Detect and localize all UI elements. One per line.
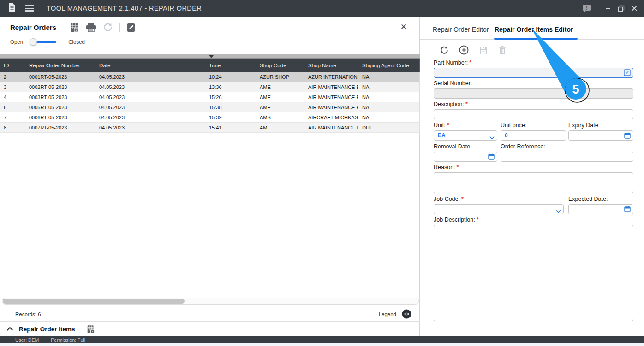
restore-window-icon[interactable] — [618, 5, 625, 12]
table-cell: 04.05.2023 — [95, 82, 205, 92]
export-grid-button[interactable]: x — [70, 23, 79, 32]
calendar-icon[interactable] — [624, 132, 631, 141]
expected-date-input[interactable] — [568, 204, 633, 214]
table-cell: 2 — [0, 72, 25, 82]
column-header[interactable]: Repair Order Number: — [25, 59, 95, 72]
column-header[interactable]: Date: — [95, 59, 205, 72]
svg-text:x: x — [76, 28, 78, 31]
table-cell: 04.05.2023 — [95, 123, 205, 133]
table-cell: 3 — [0, 82, 25, 92]
bottom-strip — [0, 343, 644, 346]
table-cell: 15:26 — [205, 92, 256, 102]
expiry-date-label: Expiry Date: — [568, 122, 600, 129]
save-item-button-disabled[interactable] — [479, 46, 488, 55]
table-cell: AME — [256, 123, 304, 133]
minimize-icon[interactable] — [605, 5, 611, 12]
table-row[interactable]: 20001RT-05-202304.05.202310:24AZUR SHOPA… — [0, 72, 420, 82]
repair-order-items-section: Repair Order Items x — [0, 322, 420, 336]
tab-repair-order-editor[interactable]: Repair Order Editor — [433, 26, 489, 33]
description-label: Description: — [434, 101, 464, 107]
expiry-date-input[interactable] — [568, 130, 633, 141]
table-cell: 0003RT-05-2023 — [25, 92, 95, 102]
table-cell: 04.05.2023 — [95, 72, 205, 82]
reason-textarea[interactable] — [434, 172, 633, 193]
column-header[interactable]: ID: — [0, 59, 25, 72]
table-row[interactable]: 80007RT-05-202304.05.202315:41AMEAIR MAI… — [0, 123, 420, 133]
app-window: TOOL MANAGEMENT 2.1.407 - REPAIR ORDER !… — [0, 0, 644, 346]
edit-button[interactable] — [126, 23, 136, 32]
serial-number-label: Serial Number: — [434, 80, 472, 87]
table-header-row: ID:Repair Order Number:Date:Time:Shop Co… — [0, 59, 420, 72]
required-marker: * — [447, 122, 449, 129]
export-items-grid-button[interactable]: x — [87, 325, 95, 334]
table-row[interactable]: 60005RT-05-202304.05.202315:38AMEAIR MAI… — [0, 102, 420, 112]
close-window-icon[interactable] — [631, 5, 638, 12]
table-cell: 04.05.2023 — [95, 112, 205, 123]
part-number-lookup-icon[interactable] — [624, 69, 631, 78]
legend-eye-icon[interactable] — [402, 309, 411, 319]
table-cell: 04.05.2023 — [95, 92, 205, 102]
table-cell: AIR MAINTENANCE E... — [304, 123, 358, 133]
refresh-item-button[interactable] — [440, 46, 449, 55]
repair-orders-panel: Repair Orders x ✕ Open Closed ID:Repa — [0, 17, 420, 336]
close-panel-icon[interactable]: ✕ — [400, 22, 407, 32]
grid-splitter[interactable] — [0, 54, 420, 59]
refresh-button-disabled[interactable] — [103, 22, 113, 32]
open-closed-switch[interactable] — [30, 38, 62, 46]
table-cell: 04.05.2023 — [95, 102, 205, 112]
table-cell: 6 — [0, 102, 25, 112]
editor-toolbar — [440, 45, 507, 55]
svg-text:x: x — [91, 330, 93, 333]
status-user: User: DEM — [15, 337, 39, 343]
table-cell: AMS — [256, 112, 304, 123]
part-number-label: Part Number: — [434, 59, 468, 66]
chevron-down-icon[interactable] — [489, 133, 495, 141]
description-input[interactable] — [434, 109, 633, 119]
horizontal-scrollbar[interactable] — [2, 298, 419, 305]
calendar-icon[interactable] — [624, 206, 631, 214]
feedback-icon[interactable]: ! — [582, 4, 591, 12]
delete-item-button-disabled[interactable] — [498, 46, 507, 55]
column-header[interactable]: Shop Name: — [304, 59, 358, 72]
calendar-icon[interactable] — [488, 153, 495, 162]
table-row[interactable]: 30002RT-05-202304.05.202313:36AMEAIR MAI… — [0, 82, 420, 92]
job-code-label: Job Code: — [434, 196, 460, 202]
toggle-closed-label: Closed — [68, 39, 85, 45]
open-closed-toggle: Open Closed — [10, 38, 85, 46]
toolbar-separator — [63, 23, 63, 32]
table-cell: NA — [358, 72, 420, 82]
job-code-select[interactable] — [434, 204, 564, 214]
column-header[interactable]: Shop Code: — [256, 59, 304, 72]
table-cell: AIR MAINTENANCE E... — [304, 82, 358, 92]
svg-text:!: ! — [586, 6, 587, 11]
table-cell: NA — [358, 92, 420, 102]
add-item-button[interactable] — [459, 45, 469, 55]
title-bar: TOOL MANAGEMENT 2.1.407 - REPAIR ORDER ! — [0, 0, 644, 17]
splitter-collapse-icon[interactable] — [209, 55, 214, 58]
scrollbar-thumb[interactable] — [3, 299, 185, 304]
status-bar: User: DEM Permission: Full — [0, 336, 644, 343]
collapse-section-icon[interactable] — [6, 327, 13, 331]
order-reference-input[interactable] — [501, 152, 633, 162]
menu-hamburger-icon[interactable] — [25, 5, 34, 12]
table-row[interactable]: 70006RT-05-202304.05.202315:39AMSAIRCRAF… — [0, 112, 420, 123]
editor-panel: Repair Order Editor Repair Order Items E… — [420, 17, 644, 336]
part-number-input[interactable] — [434, 68, 633, 78]
table-cell: AME — [256, 82, 304, 92]
required-marker: * — [461, 196, 464, 202]
unit-price-input[interactable] — [501, 130, 566, 141]
table-cell: AME — [256, 92, 304, 102]
print-button[interactable] — [86, 23, 96, 32]
column-header[interactable]: Time: — [205, 59, 256, 72]
table-cell: AIRCRAFT MICHKAS... — [304, 112, 358, 123]
records-count: Records: 6 — [15, 311, 41, 317]
tab-repair-order-items-editor[interactable]: Repair Order Items Editor — [495, 26, 573, 33]
chevron-down-icon[interactable] — [556, 207, 561, 215]
column-header[interactable]: Shiping Agent Code: — [358, 59, 420, 72]
removal-date-label: Removal Date: — [434, 143, 472, 150]
table-row[interactable]: 40003RT-05-202304.05.202315:26AMEAIR MAI… — [0, 92, 420, 102]
reason-label: Reason: — [434, 164, 455, 170]
unit-select[interactable] — [434, 130, 497, 141]
job-description-textarea[interactable] — [434, 225, 633, 321]
table-cell: 0006RT-05-2023 — [25, 112, 95, 123]
